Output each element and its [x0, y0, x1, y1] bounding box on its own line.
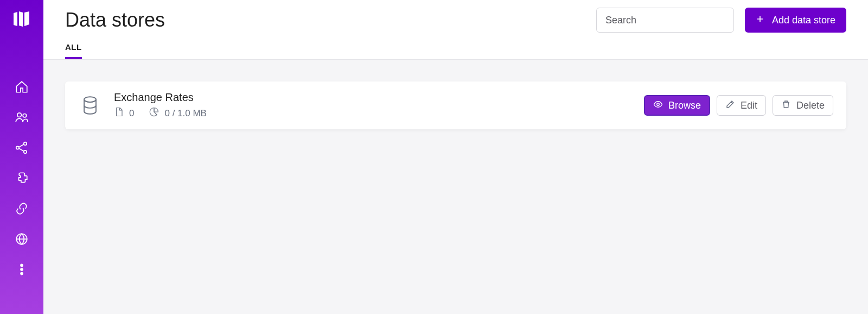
- svg-point-8: [21, 273, 23, 275]
- sidebar-item-home[interactable]: [14, 79, 29, 95]
- svg-point-0: [17, 113, 22, 117]
- content: Exchange Rates 0 0 / 1.0 MB: [43, 60, 868, 314]
- trash-icon: [781, 99, 791, 112]
- add-data-store-label: Add data store: [772, 15, 835, 26]
- pie-chart-icon: [149, 107, 159, 120]
- topbar-actions: Add data store: [596, 8, 846, 33]
- plus-icon: [756, 15, 764, 26]
- svg-point-1: [23, 114, 26, 118]
- browse-label: Browse: [668, 100, 701, 111]
- svg-point-10: [657, 103, 660, 105]
- svg-point-6: [21, 264, 23, 266]
- logo[interactable]: [12, 10, 31, 30]
- main: Data stores Add data store ALL Exchange: [43, 0, 868, 314]
- sidebar-item-globe[interactable]: [14, 231, 29, 247]
- record-count: 0: [114, 107, 134, 120]
- store-actions: Browse Edit Delete: [644, 95, 833, 116]
- svg-point-9: [84, 97, 96, 102]
- browse-button[interactable]: Browse: [644, 95, 710, 116]
- search-input[interactable]: [596, 8, 734, 33]
- tab-all[interactable]: ALL: [65, 42, 82, 59]
- eye-icon: [653, 99, 663, 112]
- page-title: Data stores: [65, 9, 165, 32]
- usage: 0 / 1.0 MB: [149, 107, 206, 120]
- file-icon: [114, 107, 124, 120]
- topbar: Data stores Add data store ALL: [43, 0, 868, 59]
- database-icon: [78, 96, 102, 115]
- sidebar-item-share[interactable]: [14, 140, 29, 155]
- edit-icon: [725, 99, 735, 112]
- sidebar-item-apps[interactable]: [14, 171, 29, 186]
- tabs: ALL: [65, 42, 846, 59]
- edit-button[interactable]: Edit: [717, 95, 766, 116]
- delete-button[interactable]: Delete: [773, 95, 833, 116]
- delete-label: Delete: [796, 100, 825, 111]
- sidebar: [0, 0, 43, 314]
- sidebar-item-team[interactable]: [14, 110, 29, 125]
- usage-value: 0 / 1.0 MB: [164, 108, 206, 119]
- store-name: Exchange Rates: [114, 91, 644, 104]
- record-count-value: 0: [129, 108, 134, 119]
- add-data-store-button[interactable]: Add data store: [745, 8, 846, 33]
- data-store-row: Exchange Rates 0 0 / 1.0 MB: [65, 81, 846, 129]
- edit-label: Edit: [741, 100, 757, 111]
- store-meta: 0 0 / 1.0 MB: [114, 107, 644, 120]
- svg-point-7: [21, 268, 23, 271]
- sidebar-item-webhooks[interactable]: [14, 201, 29, 216]
- store-info: Exchange Rates 0 0 / 1.0 MB: [114, 91, 644, 120]
- sidebar-item-more[interactable]: [14, 262, 29, 277]
